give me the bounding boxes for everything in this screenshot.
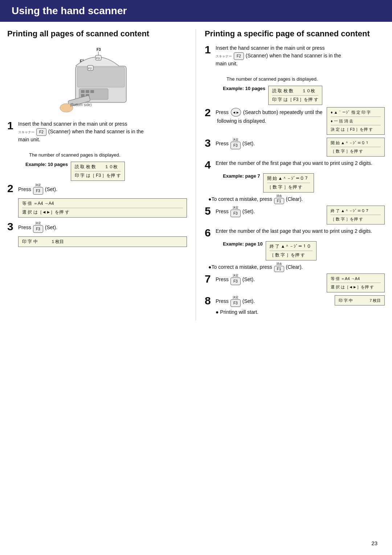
left-lcd-line1: 読 取 枚 数 １０枚 [75,163,121,170]
right-step7-display: 等 倍 ＝A4 →A4 選 択 は［◄►］を押 す [327,274,385,292]
right-step8-body: Press 決定 F3 (Set). ● Printing will start… [216,295,385,317]
right-step5-set: (Set). [242,208,255,215]
right-step5: 5 Press 決定 F3 (Set). 終 [205,206,385,224]
right-step8-lcd1: 印 字 中 ７枚目 [339,297,381,304]
right-step2-text3: following is displayed. [217,117,325,125]
right-step1-f2-btn: F2 [234,52,244,60]
scanner-svg: F3 F2 [57,44,137,113]
right-step6-num: 6 [205,227,214,238]
left-step1-text3: main unit. [18,137,40,142]
right-example-display2: 開 始 ▲＾－ｼﾞ＝０７ ［ 数 字 ］を押 す [263,173,314,193]
left-step1-text1: Insert the hand scanner in the main unit… [18,121,127,127]
left-column: Printing all pages of scanned content F3… [7,29,196,320]
right-step2-lcd3: 決 定 は［ F3 ］を押 す [331,126,381,133]
right-step2-text2: (Search button) repeatedly until the [243,109,323,116]
left-step1-info: The number of scanned pages is displayed… [29,152,121,158]
svg-text:F2: F2 [88,67,92,70]
right-column: Printing a specific page of scanned cont… [196,29,385,320]
right-step7-f3-btn: 決定 F3 [230,274,241,285]
right-section-title: Printing a specific page of scanned cont… [205,29,385,39]
left-step1: 1 Insert the hand scanner in the main un… [7,120,187,159]
right-step3-display: 開 始 ▲＾－ｼﾞ＝０１ ［ 数 字 ］を押 す [327,138,385,157]
right-step7-lcd1: 等 倍 ＝A4 →A4 [331,275,381,282]
right-step2-display: ♦ ▲＾－ｼﾞ 指 定 印 字 ♦ 一 括 消 去 決 定 は［ F3 ］を押 … [327,107,385,135]
right-step4-num: 4 [205,159,214,170]
right-step1-text2: (Scanner) when the hand scanner is in th… [246,53,341,58]
right-step3: 3 Press 決定 F3 (Set). 開 [205,138,385,157]
right-step1-text3: main unit. [216,61,238,66]
left-step3-lcd1: 印 字 中 １枚目 [22,238,183,245]
right-step6-text: Enter the number of the last page that y… [216,228,372,234]
page-number: 23 [371,540,377,546]
left-example-row: Example: 10 pages 読 取 枚 数 １０枚 印 字 は［ F3 … [25,162,187,181]
left-step2-display: 等 倍 ＝A4 →A4 選 択 は［◄►］を押 す [18,198,187,218]
left-step2: 2 Press 決定 F3 (Set). [7,183,187,195]
left-step2-lcd1: 等 倍 ＝A4 →A4 [22,200,183,207]
right-step4-body: Enter the number of the first page that … [216,159,385,167]
right-step6: 6 Enter the number of the last page that… [205,227,385,238]
left-section-title: Printing all pages of scanned content [7,29,187,39]
right-example-row3: Example: page 10 終 了 ▲＾－ｼﾞ＝１０ ［ 数 字 ］を押 … [223,241,385,260]
right-step7-body: Press 決定 F3 (Set). 等 倍 ＝A4 →A4 選 択 は［◄►］… [216,274,385,292]
right-step8-f3-btn: 決定 F3 [230,296,241,307]
right-step1-f2-label: F2 [234,52,244,60]
right-step2-arrow-btn: ◄► [231,108,241,117]
right-step2-press-line: Press ◄► (Search button) repeatedly unti… [216,108,325,117]
right-example-display1: 読 取 枚 数 １０枚 印 字 は［ F3 ］を押 す [268,86,322,105]
right-step6-bullet-text: ●To correct a mistake, press [208,264,272,270]
left-example-display: 読 取 枚 数 １０枚 印 字 は［ F3 ］を押 す [71,162,125,181]
right-step3-num: 3 [205,138,214,149]
right-step3-press-line: Press 決定 F3 (Set). [216,138,325,149]
left-step1-num: 1 [7,120,17,131]
svg-rect-5 [77,67,124,87]
right-step6-lcd1: 終 了 ▲＾－ｼﾞ＝１０ [270,243,313,250]
right-step7-num: 7 [205,274,214,284]
left-step3-display: 印 字 中 １枚目 [18,236,187,247]
right-example-display3: 終 了 ▲＾－ｼﾞ＝１０ ［ 数 字 ］を押 す [266,241,317,260]
right-step3-press: Press [216,140,229,147]
right-step8-num: 8 [205,295,214,306]
left-lcd-line2: 印 字 は［ F3 ］を押 す [75,172,121,179]
right-step6-bullet: ●To correct a mistake, press 消去 F1 (Clea… [208,263,385,272]
left-example-label: Example: 10 pages [25,162,68,167]
right-lcd1-line2: 印 字 は［ F3 ］を押 す [272,96,318,103]
left-step2-press: Press [18,186,31,193]
left-step1-f2-btn: F2 [36,128,46,136]
right-step6-clear-btn: 消去 F1 [274,263,284,272]
right-step3-f3-btn: 決定 F3 [230,138,241,149]
left-step3: 3 Press 決定 F3 (Set). [7,221,187,234]
right-step5-lcd1: 終 了 ▲＾－ｼﾞ＝０７ [331,207,381,214]
left-step1-sublabel: スキャナー [18,130,34,134]
right-step4-lcd2: ［ 数 字 ］を押 す [267,184,310,191]
right-step6-clear-text: (Clear). [286,264,303,270]
left-step2-lcd2: 選 択 は［◄►］を押 す [22,209,183,216]
right-step5-display: 終 了 ▲＾－ｼﾞ＝０７ ［ 数 字 ］を押 す [327,206,385,224]
svg-text:(Bottom side): (Bottom side) [70,103,91,107]
left-step3-set: (Set). [45,224,57,231]
right-step7-press: Press [216,276,229,283]
right-step5-lcd2: ［ 数 字 ］を押 す [331,216,381,223]
right-step7-lcd2: 選 択 は［◄►］を押 す [331,284,381,291]
right-step8-bullet: ● Printing will start. [216,308,333,316]
right-example-row2: Example: page 7 開 始 ▲＾－ｼﾞ＝０７ ［ 数 字 ］を押 す [223,173,385,193]
right-step2-lcd1: ♦ ▲＾－ｼﾞ 指 定 印 字 [331,109,381,116]
right-step5-body: Press 決定 F3 (Set). 終 了 ▲＾－ｼﾞ＝０７ ［ 数 字 ］を… [216,206,385,224]
left-step3-press-line: Press 決定 F3 (Set). [18,222,187,233]
left-step3-f3-btn: 決定 F3 [33,222,43,233]
svg-text:F3: F3 [96,57,100,60]
right-step7-set: (Set). [242,276,255,283]
svg-rect-7 [81,90,85,93]
right-step1: 1 Insert the hand scanner in the main un… [205,44,385,83]
right-step1-num: 1 [205,44,214,55]
left-step3-press: Press [18,224,31,231]
left-step2-press-line: Press 決定 F3 (Set). [18,184,187,195]
right-step1-text1: Insert the hand scanner in the main unit… [216,45,324,51]
right-example-label3: Example: page 10 [223,241,263,247]
left-step1-f2-label: F2 [36,128,46,136]
right-step4-clear-btn: 消去 F1 [274,195,284,204]
right-step5-press-line: Press 決定 F3 (Set). [216,206,325,217]
right-step3-set: (Set). [242,140,255,147]
right-step3-body: Press 決定 F3 (Set). 開 始 ▲＾－ｼﾞ＝０１ ［ 数 字 ］を… [216,138,385,157]
right-step5-press: Press [216,208,229,215]
right-step5-f3-btn: 決定 F3 [230,206,241,217]
